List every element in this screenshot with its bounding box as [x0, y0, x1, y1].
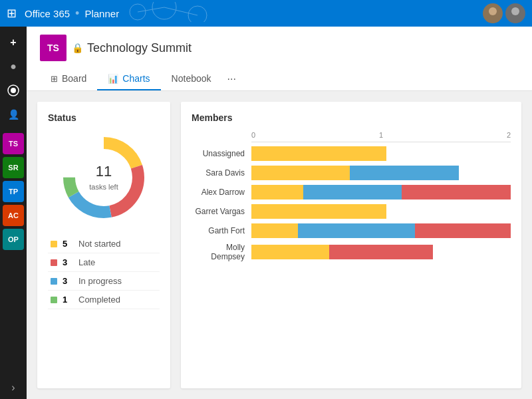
status-card: Status 11 tasks left	[37, 102, 170, 388]
legend-in-progress: 3 In progress	[48, 272, 160, 291]
content-area: TS 🔒 Technology Summit ⊞ Board 📊 Charts …	[27, 27, 532, 399]
avatar-2	[505, 3, 525, 23]
lock-icon: 🔒	[72, 43, 83, 53]
bar-red-4	[415, 223, 511, 238]
project-title-row: TS 🔒 Technology Summit	[40, 35, 519, 61]
svg-line-3	[138, 7, 164, 12]
topbar: ⊞ Office 365 • Planner	[0, 0, 532, 27]
status-legend: 5 Not started 3 Late 3 In progress	[48, 235, 160, 309]
label-completed: Completed	[78, 295, 120, 305]
bar-row-unassigned: Unassigned	[192, 146, 511, 161]
member-label-3: Garret Vargas	[192, 207, 251, 216]
separator: •	[75, 7, 79, 21]
bar-row-garret: Garret Vargas	[192, 204, 511, 219]
count-not-started: 5	[63, 239, 73, 249]
bar-row-molly: Molly Dempsey	[192, 243, 511, 261]
sidebar-item-ac[interactable]: AC	[3, 205, 24, 226]
grid-icon[interactable]: ⊞	[7, 6, 17, 21]
bar-row-garth: Garth Fort	[192, 223, 511, 238]
avatar-1	[483, 3, 503, 23]
bar-yellow-0	[251, 146, 386, 161]
bar-track-0	[251, 146, 511, 161]
sidebar-planner-icon[interactable]	[3, 80, 24, 101]
bar-yellow-4	[251, 223, 298, 238]
tabs: ⊞ Board 📊 Charts Notebook ···	[40, 68, 519, 90]
bar-chart: 0 1 2 Unassigned Sara Davis	[192, 131, 511, 261]
bar-yellow-2	[251, 185, 303, 200]
charts-icon: 📊	[108, 74, 118, 84]
more-button[interactable]: ···	[222, 68, 241, 90]
axis-1: 1	[338, 131, 424, 139]
member-label-0: Unassigned	[192, 149, 251, 158]
member-label-1: Sara Davis	[192, 168, 251, 178]
sidebar: + ● 👤 TS SR TP AC OP ›	[0, 27, 27, 399]
sidebar-expand-icon[interactable]: ›	[11, 382, 15, 394]
member-label-4: Garth Fort	[192, 226, 251, 235]
count-late: 3	[63, 257, 73, 267]
tasks-count: 11	[89, 163, 118, 180]
bar-row-sara: Sara Davis	[192, 166, 511, 180]
user-avatars	[483, 3, 525, 23]
dot-yellow	[51, 241, 57, 247]
sidebar-item-ts[interactable]: TS	[3, 133, 24, 154]
svg-line-4	[164, 7, 198, 15]
topbar-decoration	[124, 2, 477, 25]
bar-track-1	[251, 166, 511, 180]
axis-2: 2	[424, 131, 511, 139]
donut-center: 11 tasks left	[89, 163, 118, 192]
bar-track-5	[251, 245, 511, 259]
tasks-label: tasks left	[89, 183, 118, 191]
main-content: Status 11 tasks left	[27, 91, 532, 399]
dot-red	[51, 259, 57, 266]
sidebar-add-icon[interactable]: +	[3, 32, 24, 53]
board-icon: ⊞	[51, 74, 58, 84]
legend-completed: 1 Completed	[48, 291, 160, 309]
count-completed: 1	[63, 295, 73, 305]
bar-blue-4	[298, 223, 415, 238]
sidebar-user-icon[interactable]: 👤	[3, 104, 24, 125]
count-in-progress: 3	[63, 276, 73, 286]
svg-point-8	[509, 16, 522, 23]
app-name: Office 365	[25, 8, 70, 19]
project-title-text: 🔒 Technology Summit	[72, 41, 192, 55]
status-heading: Status	[48, 112, 160, 123]
dot-blue	[51, 278, 57, 285]
tab-notebook[interactable]: Notebook	[161, 68, 222, 90]
bar-blue-2	[303, 185, 402, 200]
bar-red-2	[402, 185, 511, 200]
members-heading: Members	[192, 112, 511, 123]
sidebar-item-sr[interactable]: SR	[3, 157, 24, 178]
donut-chart: 11 tasks left	[48, 131, 160, 224]
svg-point-6	[486, 16, 499, 23]
layout: + ● 👤 TS SR TP AC OP › TS 🔒 Technology S…	[0, 27, 532, 399]
tab-board[interactable]: ⊞ Board	[40, 68, 97, 90]
svg-point-10	[11, 88, 16, 93]
axis-0: 0	[251, 131, 338, 139]
bar-track-4	[251, 223, 511, 238]
chart-axis: 0 1 2	[251, 131, 511, 139]
bar-track-3	[251, 204, 511, 219]
svg-point-5	[489, 7, 497, 15]
label-in-progress: In progress	[78, 276, 122, 286]
planner-name: Planner	[84, 8, 119, 19]
bar-yellow-1	[251, 166, 350, 180]
sidebar-item-tp[interactable]: TP	[3, 181, 24, 202]
bar-track-2	[251, 185, 511, 200]
member-label-5: Molly Dempsey	[192, 243, 251, 261]
sidebar-item-op[interactable]: OP	[3, 229, 24, 250]
legend-not-started: 5 Not started	[48, 235, 160, 253]
svg-point-1	[152, 2, 176, 19]
dot-green	[51, 297, 57, 303]
label-late: Late	[78, 257, 95, 267]
bar-yellow-3	[251, 204, 386, 219]
project-avatar: TS	[40, 35, 66, 61]
bar-yellow-5	[251, 245, 329, 259]
members-card: Members 0 1 2 Unassigned	[181, 102, 521, 388]
svg-point-7	[511, 7, 519, 15]
sidebar-home-icon[interactable]: ●	[3, 56, 24, 77]
legend-late: 3 Late	[48, 253, 160, 272]
bar-blue-1	[350, 166, 459, 180]
member-label-2: Alex Darrow	[192, 188, 251, 197]
bar-row-alex: Alex Darrow	[192, 185, 511, 200]
tab-charts[interactable]: 📊 Charts	[97, 68, 160, 90]
